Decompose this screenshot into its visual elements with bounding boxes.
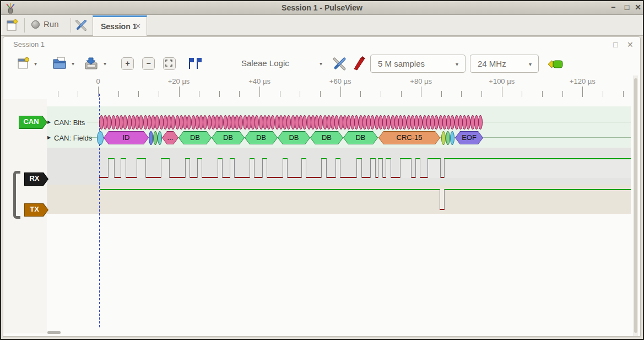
open-file-icon[interactable] [52, 56, 67, 71]
rx-band [47, 148, 631, 185]
zoom-fit-button[interactable] [163, 57, 176, 70]
run-capture-icon[interactable] [548, 60, 564, 69]
decoder-row-fields-label: CAN: Fields [54, 134, 92, 142]
save-icon[interactable] [84, 56, 99, 71]
run-status-icon [31, 20, 40, 29]
vertical-scrollbar[interactable] [634, 78, 637, 333]
open-caret-icon[interactable]: ▾ [72, 61, 74, 67]
sample-rate-caret-icon: ▾ [529, 61, 532, 67]
tx-band [47, 185, 631, 214]
subwindow-close-icon[interactable]: ✕ [627, 40, 634, 49]
sample-count-select[interactable]: 5 M samples ▾ [370, 55, 466, 73]
session-header-title: Session 1 [13, 40, 45, 48]
subwindow-restore-icon[interactable]: □ [613, 40, 618, 49]
tab-label: Session 1 [101, 22, 137, 31]
run-button[interactable]: Run [44, 19, 59, 29]
bits-row-line [87, 122, 631, 122]
pulseview-window: Session 1 - PulseView − □ ✕ Run Session … [0, 0, 644, 340]
rx-channel-tag[interactable]: RX [24, 172, 48, 186]
tx-channel-tag[interactable]: TX [24, 203, 48, 217]
toolbar-separator [24, 18, 25, 33]
decoder-band [47, 106, 631, 148]
expand-fields-icon[interactable]: ▶ [47, 135, 51, 140]
can-tag-label: CAN [19, 116, 47, 129]
tab-session-1[interactable]: Session 1 ✕ [93, 15, 147, 36]
horizontal-scrollbar[interactable] [47, 331, 61, 334]
channel-group-bracket [13, 171, 20, 219]
tx-tag-label: TX [24, 203, 48, 217]
time-zero-cursor[interactable] [99, 94, 100, 328]
close-icon[interactable]: ✕ [634, 3, 642, 12]
trigger-falling-edge-marker[interactable] [618, 163, 629, 173]
minimize-icon[interactable]: − [609, 3, 618, 12]
device-caret-icon[interactable]: ▾ [320, 61, 322, 67]
zoom-out-button[interactable]: − [142, 57, 155, 70]
sample-rate-value: 24 MHz [470, 55, 538, 72]
maximize-icon[interactable]: □ [623, 3, 631, 12]
tab-close-icon[interactable]: ✕ [135, 22, 141, 30]
can-decoder-tag[interactable]: CAN [19, 116, 47, 129]
settings-icon[interactable] [74, 19, 88, 32]
titlebar[interactable]: Session 1 - PulseView [1, 1, 643, 15]
save-caret-icon[interactable]: ▾ [104, 61, 106, 67]
expand-bits-icon[interactable]: ▶ [47, 120, 51, 125]
configure-device-icon[interactable] [332, 56, 347, 71]
toolbar-separator [71, 18, 71, 33]
device-select[interactable]: Saleae Logic [241, 58, 289, 68]
decoder-row-bits-label: CAN: Bits [54, 118, 85, 127]
sample-count-caret-icon: ▾ [456, 61, 458, 67]
zoom-in-button[interactable]: + [121, 57, 134, 70]
show-cursors-icon[interactable] [188, 57, 202, 71]
new-session-icon[interactable] [6, 19, 18, 31]
channels-probe-icon[interactable] [352, 56, 366, 71]
rx-tag-label: RX [24, 172, 48, 186]
window-title: Session 1 - PulseView [1, 1, 643, 15]
new-view-caret-icon[interactable]: ▾ [34, 61, 37, 67]
sample-count-value: 5 M samples [371, 55, 465, 72]
sample-rate-select[interactable]: 24 MHz ▾ [470, 55, 539, 73]
fields-row-line [87, 137, 631, 138]
new-view-icon[interactable] [17, 57, 30, 70]
